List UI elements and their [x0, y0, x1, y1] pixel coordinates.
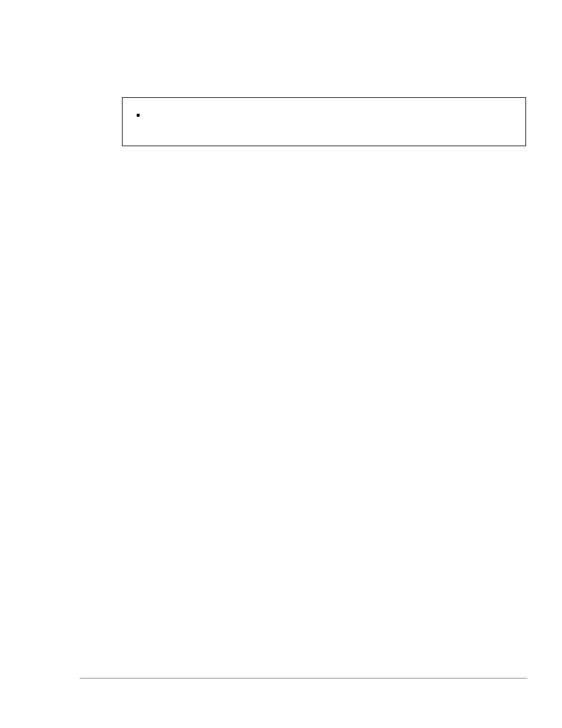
content-box — [122, 97, 526, 146]
footer-divider — [80, 678, 527, 678]
bullet-icon — [137, 114, 140, 117]
